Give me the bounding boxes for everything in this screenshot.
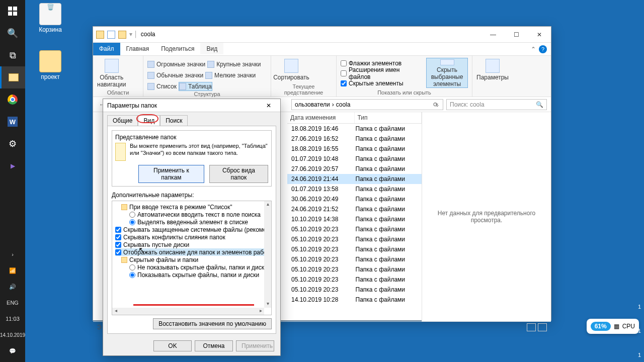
dialog-titlebar[interactable]: Параметры папок ✕ bbox=[103, 99, 280, 112]
close-button[interactable]: ✕ bbox=[528, 27, 551, 42]
ribbon-group-view: Текущее представление bbox=[275, 83, 332, 97]
dialog-tab-search[interactable]: Поиск bbox=[160, 115, 188, 126]
ribbon-group-areas: Области bbox=[97, 89, 139, 97]
column-headers[interactable]: Дата изменения Тип bbox=[287, 112, 422, 124]
lang-indicator[interactable]: ENG bbox=[7, 295, 19, 311]
table-row[interactable]: 30.06.2019 20:49Папка с файлами bbox=[287, 194, 422, 204]
clock-date[interactable]: 14.10.2019 bbox=[0, 327, 25, 343]
chrome-icon[interactable] bbox=[0, 88, 25, 111]
qat-properties-icon[interactable] bbox=[107, 31, 115, 39]
scroll-down-icon[interactable]: ▾ bbox=[264, 301, 271, 308]
apply-button[interactable]: Применить bbox=[236, 340, 274, 351]
table-row[interactable]: 05.10.2019 20:23Папка с файлами bbox=[287, 254, 422, 264]
add-columns-icon[interactable] bbox=[312, 67, 320, 74]
tab-share[interactable]: Поделиться bbox=[155, 43, 200, 55]
view-details[interactable]: Таблица bbox=[179, 82, 212, 91]
options-button[interactable]: Параметры bbox=[476, 58, 509, 81]
view-extra-large[interactable]: Огромные значки bbox=[147, 60, 205, 69]
scroll-up-icon[interactable]: ▴ bbox=[264, 201, 271, 208]
table-row[interactable]: 05.10.2019 20:23Папка с файлами bbox=[287, 234, 422, 244]
wifi-icon[interactable]: 📶 bbox=[9, 262, 16, 279]
table-row[interactable]: 05.10.2019 20:23Папка с файлами bbox=[287, 224, 422, 234]
table-row[interactable]: 01.07.2019 13:58Папка с файлами bbox=[287, 184, 422, 194]
refresh-icon[interactable]: ⟳ bbox=[433, 101, 443, 108]
preview-pane-icon[interactable] bbox=[131, 59, 139, 67]
search-icon[interactable]: 🔍 bbox=[0, 22, 25, 44]
help-icon[interactable]: ? bbox=[539, 45, 547, 53]
breadcrumb[interactable]: ользователи›coola ⌄ bbox=[291, 99, 443, 110]
start-button[interactable] bbox=[0, 0, 25, 22]
view-medium[interactable]: Обычные значки bbox=[147, 71, 203, 80]
tab-view[interactable]: Вид bbox=[200, 43, 223, 55]
table-row[interactable]: 27.06.2019 20:57Папка с файлами bbox=[287, 164, 422, 174]
view-small[interactable]: Мелкие значки bbox=[205, 71, 256, 80]
settings-icon[interactable]: ⚙ bbox=[0, 133, 25, 155]
scroll-left-icon[interactable]: ◂ bbox=[112, 308, 119, 315]
minimize-button[interactable]: — bbox=[481, 27, 505, 42]
table-row[interactable]: 05.10.2019 20:23Папка с файлами bbox=[287, 244, 422, 254]
sort-button[interactable]: Сортировать bbox=[275, 58, 307, 82]
chk-hidden-items[interactable]: Скрытые элементы bbox=[341, 79, 422, 88]
nav-pane-button[interactable]: Область навигации bbox=[97, 58, 126, 88]
hide-selected-button[interactable]: Скрыть выбранные элементы bbox=[426, 58, 468, 88]
word-icon[interactable]: W bbox=[0, 111, 25, 133]
scrollbar-h[interactable] bbox=[119, 308, 257, 315]
ribbon-collapse-icon[interactable]: ⌃ bbox=[531, 46, 536, 53]
table-row[interactable]: 18.08.2019 16:55Папка с файлами bbox=[287, 144, 422, 154]
tab-file[interactable]: Файл bbox=[93, 43, 120, 55]
size-columns-icon[interactable] bbox=[312, 75, 320, 82]
table-row[interactable]: 18.08.2019 16:46Папка с файлами bbox=[287, 124, 422, 134]
table-row[interactable]: 14.10.2019 10:28Папка с файлами bbox=[287, 295, 422, 305]
volume-icon[interactable]: 🔊 bbox=[9, 279, 16, 295]
view-large[interactable]: Крупные значки bbox=[207, 60, 261, 69]
table-row[interactable]: 10.10.2019 14:38Папка с файлами bbox=[287, 214, 422, 224]
tab-home[interactable]: Главная bbox=[120, 43, 155, 55]
dialog-close-button[interactable]: ✕ bbox=[261, 102, 276, 109]
chk-hide-empty[interactable] bbox=[115, 242, 121, 248]
notifications-icon[interactable]: 💬 bbox=[9, 343, 16, 359]
explorer-taskbar-icon[interactable] bbox=[0, 66, 25, 88]
maximize-button[interactable]: ☐ bbox=[505, 27, 528, 42]
radio-auto-search[interactable] bbox=[129, 212, 135, 218]
recycle-bin[interactable]: 🗑️Корзина bbox=[30, 3, 70, 33]
table-row[interactable]: 24.06.2019 21:52Папка с файлами bbox=[287, 204, 422, 214]
titlebar[interactable]: ▾ │ coola — ☐ ✕ bbox=[93, 27, 551, 43]
apply-to-folders-button[interactable]: Применить к папкам bbox=[138, 165, 204, 183]
group-by-icon[interactable] bbox=[312, 59, 320, 66]
qat-open-icon[interactable] bbox=[118, 31, 126, 39]
radio-dont-show-hidden[interactable] bbox=[129, 264, 135, 270]
table-row[interactable]: 05.10.2019 20:23Папка с файлами bbox=[287, 275, 422, 285]
cancel-button[interactable]: Отмена bbox=[195, 340, 233, 351]
scrollbar-v[interactable] bbox=[264, 208, 271, 301]
desktop-folder-project[interactable]: проект bbox=[30, 50, 70, 80]
chk-show-tooltip[interactable] bbox=[115, 249, 121, 255]
scroll-right-icon[interactable]: ▸ bbox=[257, 308, 264, 315]
view-thumbs-toggle-icon[interactable] bbox=[538, 323, 547, 331]
clock-time[interactable]: 11:03 bbox=[6, 311, 20, 327]
chk-file-extensions[interactable]: Расширения имен файлов bbox=[341, 69, 422, 78]
settings-tree[interactable]: При вводе текста в режиме "Список" Автом… bbox=[112, 201, 272, 315]
radio-select-item[interactable] bbox=[129, 219, 135, 225]
table-row[interactable]: 01.07.2019 10:48Папка с файлами bbox=[287, 154, 422, 164]
chk-hide-merge[interactable] bbox=[115, 234, 121, 240]
file-list[interactable]: Дата изменения Тип 18.08.2019 16:46Папка… bbox=[287, 112, 422, 321]
media-icon[interactable]: ▶ bbox=[0, 155, 25, 177]
restore-defaults-button[interactable]: Восстановить значения по умолчанию bbox=[153, 318, 272, 329]
reset-folders-button[interactable]: Сброс вида папок bbox=[209, 165, 268, 183]
details-pane-icon[interactable] bbox=[131, 68, 139, 76]
search-input[interactable]: Поиск: coola🔍 bbox=[446, 99, 547, 110]
chk-hide-protected[interactable] bbox=[115, 227, 121, 233]
table-row[interactable]: 24.06.2019 21:44Папка с файлами bbox=[287, 174, 422, 184]
dialog-tab-view[interactable]: Вид bbox=[138, 115, 160, 126]
view-details-toggle-icon[interactable] bbox=[527, 323, 536, 331]
table-row[interactable]: 27.06.2019 16:52Папка с файлами bbox=[287, 134, 422, 144]
view-list[interactable]: Список bbox=[147, 82, 177, 91]
radio-show-hidden[interactable] bbox=[129, 272, 135, 278]
table-row[interactable]: 05.10.2019 20:23Папка с файлами bbox=[287, 264, 422, 275]
ok-button[interactable]: OK bbox=[153, 340, 192, 351]
table-row[interactable]: 05.10.2019 20:23Папка с файлами bbox=[287, 285, 422, 295]
dialog-tab-general[interactable]: Общие bbox=[107, 115, 138, 126]
task-view-icon[interactable]: ⧉ bbox=[0, 44, 25, 66]
tray-expand-icon[interactable]: › bbox=[12, 246, 14, 262]
cpu-widget[interactable]: 61% ▦ CPU bbox=[587, 319, 639, 334]
